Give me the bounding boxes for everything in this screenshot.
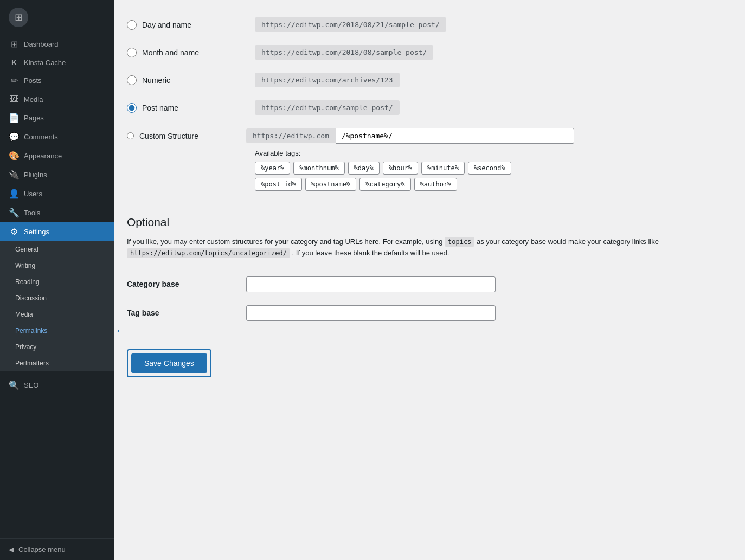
sidebar-item-kinsta-cache[interactable]: K Kinsta Cache (0, 54, 114, 71)
custom-path-input[interactable] (336, 128, 574, 144)
tags-row-1: %year% %monthnum% %day% %hour% %minute% … (255, 162, 697, 175)
category-base-label: Category base (127, 280, 179, 288)
tag-base-row: Tag base (127, 299, 697, 327)
sidebar-item-tools[interactable]: 🔧 Tools (0, 203, 114, 222)
tag-minute[interactable]: %minute% (421, 162, 465, 175)
sidebar-item-media[interactable]: 🖼 Media (0, 90, 114, 108)
sidebar-item-posts[interactable]: ✏ Posts (0, 71, 114, 90)
post-name-url: https://editwp.com/sample-post/ (255, 100, 400, 115)
topics-keyword: topics (445, 237, 474, 247)
category-base-th: Category base (127, 270, 246, 299)
tag-hour[interactable]: %hour% (383, 162, 418, 175)
day-name-radio[interactable] (127, 20, 137, 30)
tag-base-td (246, 299, 697, 327)
comments-icon: 💬 (9, 132, 20, 142)
month-name-label[interactable]: Month and name (127, 48, 246, 57)
category-base-input[interactable] (246, 276, 496, 292)
custom-radio[interactable] (127, 132, 134, 139)
submenu-item-writing[interactable]: Writing (0, 258, 114, 274)
available-tags-label: Available tags: (255, 149, 697, 157)
submenu-item-discussion[interactable]: Discussion (0, 290, 114, 306)
available-tags-section: Available tags: %year% %monthnum% %day% … (255, 149, 697, 194)
tag-base-th: Tag base (127, 299, 246, 327)
plugins-icon: 🔌 (9, 170, 20, 180)
day-name-label[interactable]: Day and name (127, 20, 246, 30)
permalinks-arrow-indicator: ← (115, 324, 127, 338)
day-name-url: https://editwp.com/2018/08/21/sample-pos… (255, 17, 446, 32)
tag-second[interactable]: %second% (468, 162, 511, 175)
numeric-url: https://editwp.com/archives/123 (255, 73, 400, 87)
tag-base-input[interactable] (246, 305, 496, 321)
post-name-label[interactable]: Post name (127, 103, 246, 113)
sidebar-item-seo[interactable]: 🔍 SEO (0, 376, 114, 395)
tags-row-2: %post_id% %postname% %category% %author% (255, 178, 697, 191)
submenu-item-perfmatters[interactable]: Perfmatters (0, 355, 114, 371)
sidebar-item-settings[interactable]: ⚙ Settings (0, 222, 114, 241)
users-icon: 👤 (9, 189, 20, 199)
submenu-item-privacy[interactable]: Privacy (0, 339, 114, 355)
kinsta-icon: K (9, 58, 20, 67)
numeric-label[interactable]: Numeric (127, 75, 246, 85)
posts-icon: ✏ (9, 75, 20, 86)
pages-icon: 📄 (9, 113, 20, 123)
month-name-radio[interactable] (127, 48, 137, 57)
submenu-item-media[interactable]: Media (0, 306, 114, 323)
collapse-icon: ◀ (9, 545, 14, 553)
sidebar-logo: ⊞ (0, 0, 114, 35)
numeric-radio[interactable] (127, 75, 137, 85)
month-name-url: https://editwp.com/2018/08/sample-post/ (255, 45, 433, 60)
tag-base-label: Tag base (127, 308, 159, 317)
media-icon: 🖼 (9, 94, 20, 104)
tag-year[interactable]: %year% (255, 162, 290, 175)
sidebar-item-users[interactable]: 👤 Users (0, 184, 114, 203)
example-url: https://editwp.com/topics/uncategorized/ (127, 248, 290, 258)
save-changes-button[interactable]: Save Changes (131, 353, 207, 373)
collapse-menu-button[interactable]: ◀ Collapse menu (0, 538, 114, 560)
custom-structure-label[interactable]: Custom Structure (127, 132, 246, 140)
optional-section-title: Optional (127, 216, 697, 229)
submenu-item-reading[interactable]: Reading (0, 274, 114, 290)
settings-submenu: General Writing Reading Discussion Media… (0, 241, 114, 371)
post-name-radio[interactable] (127, 103, 137, 113)
custom-url-prefix: https://editwp.com (246, 128, 336, 143)
dashboard-icon: ⊞ (9, 39, 20, 49)
permalink-option-custom: Custom Structure https://editwp.com Avai… (127, 121, 697, 201)
tag-monthnum[interactable]: %monthnum% (293, 162, 344, 175)
tag-category[interactable]: %category% (359, 178, 410, 191)
tag-day[interactable]: %day% (348, 162, 380, 175)
tools-icon: 🔧 (9, 208, 20, 218)
sidebar: ⊞ ⊞ Dashboard K Kinsta Cache ✏ Posts 🖼 M… (0, 0, 114, 560)
appearance-icon: 🎨 (9, 151, 20, 161)
save-changes-wrapper: Save Changes (127, 349, 211, 377)
submenu-item-general[interactable]: General (0, 241, 114, 258)
category-base-td (246, 270, 697, 299)
sidebar-item-plugins[interactable]: 🔌 Plugins (0, 165, 114, 184)
tag-postname[interactable]: %postname% (305, 178, 356, 191)
category-base-row: Category base (127, 270, 697, 299)
main-content: Day and name https://editwp.com/2018/08/… (114, 0, 745, 560)
settings-icon: ⚙ (9, 227, 20, 237)
permalink-option-numeric: Numeric https://editwp.com/archives/123 (127, 66, 697, 94)
optional-description: If you like, you may enter custom struct… (127, 236, 697, 259)
sidebar-item-dashboard[interactable]: ⊞ Dashboard (0, 35, 114, 54)
sidebar-item-pages[interactable]: 📄 Pages (0, 108, 114, 127)
permalink-option-month-name: Month and name https://editwp.com/2018/0… (127, 38, 697, 66)
sidebar-item-appearance[interactable]: 🎨 Appearance (0, 146, 114, 165)
submenu-item-permalinks[interactable]: Permalinks ← (0, 323, 114, 339)
wp-logo-icon: ⊞ (9, 8, 28, 27)
optional-form-table: Category base Tag base (127, 270, 697, 327)
sidebar-item-comments[interactable]: 💬 Comments (0, 127, 114, 146)
permalink-option-post-name: Post name https://editwp.com/sample-post… (127, 94, 697, 121)
seo-icon: 🔍 (9, 380, 20, 390)
tag-post-id[interactable]: %post_id% (255, 178, 302, 191)
permalink-option-day-name: Day and name https://editwp.com/2018/08/… (127, 11, 697, 38)
tag-author[interactable]: %author% (414, 178, 458, 191)
